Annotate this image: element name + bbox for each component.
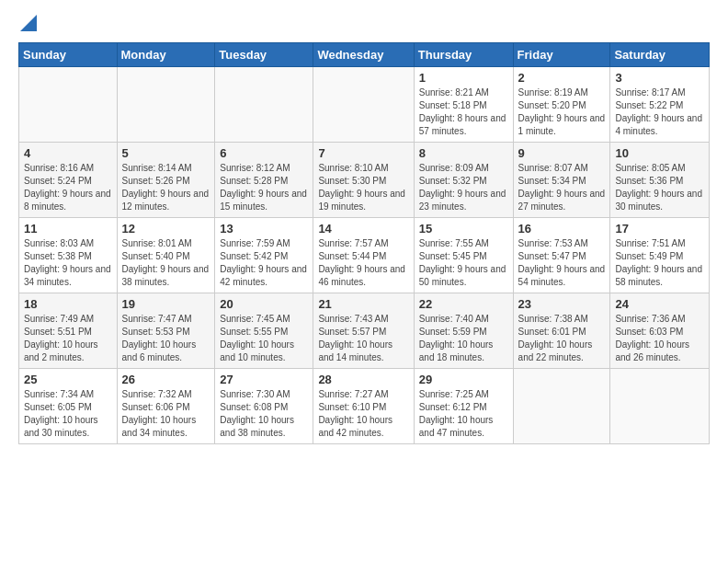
day-info: Sunrise: 7:43 AM Sunset: 5:57 PM Dayligh… [318, 313, 408, 364]
calendar-cell-1-7: 3Sunrise: 8:17 AM Sunset: 5:22 PM Daylig… [610, 67, 710, 143]
calendar-week-1: 1Sunrise: 8:21 AM Sunset: 5:18 PM Daylig… [19, 67, 710, 143]
day-number: 29 [419, 373, 508, 386]
day-number: 4 [24, 146, 112, 160]
day-info: Sunrise: 7:34 AM Sunset: 6:05 PM Dayligh… [24, 388, 112, 440]
day-number: 8 [419, 146, 508, 160]
calendar-cell-2-7: 10Sunrise: 8:05 AM Sunset: 5:36 PM Dayli… [610, 143, 710, 218]
day-info: Sunrise: 7:32 AM Sunset: 6:06 PM Dayligh… [122, 388, 210, 440]
calendar-header-friday: Friday [513, 43, 610, 67]
calendar-cell-5-2: 26Sunrise: 7:32 AM Sunset: 6:06 PM Dayli… [117, 369, 215, 444]
day-info: Sunrise: 7:45 AM Sunset: 5:55 PM Dayligh… [220, 313, 308, 364]
day-number: 28 [318, 373, 408, 386]
day-info: Sunrise: 7:27 AM Sunset: 6:10 PM Dayligh… [318, 388, 408, 440]
day-info: Sunrise: 7:59 AM Sunset: 5:42 PM Dayligh… [220, 237, 308, 289]
calendar-cell-4-3: 20Sunrise: 7:45 AM Sunset: 5:55 PM Dayli… [215, 293, 313, 369]
calendar-header-thursday: Thursday [414, 43, 513, 67]
day-number: 14 [318, 222, 408, 236]
calendar-cell-1-1 [19, 67, 118, 143]
day-info: Sunrise: 8:19 AM Sunset: 5:20 PM Dayligh… [518, 86, 606, 138]
calendar-table: SundayMondayTuesdayWednesdayThursdayFrid… [18, 42, 710, 444]
day-number: 27 [220, 373, 308, 386]
calendar-cell-1-5: 1Sunrise: 8:21 AM Sunset: 5:18 PM Daylig… [414, 67, 513, 143]
calendar-header-row: SundayMondayTuesdayWednesdayThursdayFrid… [19, 43, 710, 67]
day-info: Sunrise: 8:01 AM Sunset: 5:40 PM Dayligh… [122, 237, 210, 289]
calendar-cell-2-6: 9Sunrise: 8:07 AM Sunset: 5:34 PM Daylig… [513, 143, 610, 218]
day-info: Sunrise: 8:03 AM Sunset: 5:38 PM Dayligh… [24, 237, 112, 289]
day-number: 6 [220, 146, 308, 160]
calendar-cell-5-3: 27Sunrise: 7:30 AM Sunset: 6:08 PM Dayli… [215, 369, 313, 444]
day-number: 7 [318, 146, 408, 160]
day-number: 23 [518, 297, 606, 311]
day-info: Sunrise: 8:10 AM Sunset: 5:30 PM Dayligh… [318, 162, 408, 213]
calendar-cell-4-1: 18Sunrise: 7:49 AM Sunset: 5:51 PM Dayli… [19, 293, 118, 369]
day-number: 5 [122, 146, 210, 160]
day-info: Sunrise: 7:38 AM Sunset: 6:01 PM Dayligh… [518, 313, 606, 364]
day-info: Sunrise: 7:36 AM Sunset: 6:03 PM Dayligh… [615, 313, 704, 364]
calendar-body: 1Sunrise: 8:21 AM Sunset: 5:18 PM Daylig… [19, 67, 710, 444]
page: SundayMondayTuesdayWednesdayThursdayFrid… [0, 0, 728, 459]
calendar-cell-1-4 [313, 67, 414, 143]
calendar-cell-3-1: 11Sunrise: 8:03 AM Sunset: 5:38 PM Dayli… [19, 218, 118, 293]
logo-triangle-icon [20, 15, 37, 31]
calendar-cell-5-5: 29Sunrise: 7:25 AM Sunset: 6:12 PM Dayli… [414, 369, 513, 444]
day-number: 1 [419, 71, 508, 85]
day-info: Sunrise: 8:21 AM Sunset: 5:18 PM Dayligh… [419, 86, 508, 138]
day-info: Sunrise: 8:09 AM Sunset: 5:32 PM Dayligh… [419, 162, 508, 213]
calendar-cell-4-5: 22Sunrise: 7:40 AM Sunset: 5:59 PM Dayli… [414, 293, 513, 369]
calendar-cell-1-3 [215, 67, 313, 143]
calendar-header-wednesday: Wednesday [313, 43, 414, 67]
calendar-header-saturday: Saturday [610, 43, 710, 67]
calendar-week-3: 11Sunrise: 8:03 AM Sunset: 5:38 PM Dayli… [19, 218, 710, 293]
calendar-cell-4-2: 19Sunrise: 7:47 AM Sunset: 5:53 PM Dayli… [117, 293, 215, 369]
calendar-header-sunday: Sunday [19, 43, 118, 67]
day-info: Sunrise: 7:25 AM Sunset: 6:12 PM Dayligh… [419, 388, 508, 440]
logo-text [18, 15, 37, 35]
day-info: Sunrise: 8:07 AM Sunset: 5:34 PM Dayligh… [518, 162, 606, 213]
calendar-cell-1-6: 2Sunrise: 8:19 AM Sunset: 5:20 PM Daylig… [513, 67, 610, 143]
calendar-cell-2-2: 5Sunrise: 8:14 AM Sunset: 5:26 PM Daylig… [117, 143, 215, 218]
day-info: Sunrise: 8:12 AM Sunset: 5:28 PM Dayligh… [220, 162, 308, 213]
calendar-header-tuesday: Tuesday [215, 43, 313, 67]
calendar-cell-4-7: 24Sunrise: 7:36 AM Sunset: 6:03 PM Dayli… [610, 293, 710, 369]
day-info: Sunrise: 8:16 AM Sunset: 5:24 PM Dayligh… [24, 162, 112, 213]
day-number: 3 [615, 71, 704, 85]
day-info: Sunrise: 7:30 AM Sunset: 6:08 PM Dayligh… [220, 388, 308, 440]
calendar-week-4: 18Sunrise: 7:49 AM Sunset: 5:51 PM Dayli… [19, 293, 710, 369]
calendar-cell-3-2: 12Sunrise: 8:01 AM Sunset: 5:40 PM Dayli… [117, 218, 215, 293]
calendar-header-monday: Monday [117, 43, 215, 67]
day-number: 26 [122, 373, 210, 386]
day-number: 16 [518, 222, 606, 236]
calendar-cell-2-1: 4Sunrise: 8:16 AM Sunset: 5:24 PM Daylig… [19, 143, 118, 218]
day-info: Sunrise: 7:57 AM Sunset: 5:44 PM Dayligh… [318, 237, 408, 289]
calendar-cell-5-7 [610, 369, 710, 444]
day-info: Sunrise: 7:47 AM Sunset: 5:53 PM Dayligh… [122, 313, 210, 364]
logo [18, 15, 37, 35]
day-number: 21 [318, 297, 408, 311]
day-number: 18 [24, 297, 112, 311]
day-info: Sunrise: 8:17 AM Sunset: 5:22 PM Dayligh… [615, 86, 704, 138]
calendar-cell-3-5: 15Sunrise: 7:55 AM Sunset: 5:45 PM Dayli… [414, 218, 513, 293]
day-number: 10 [615, 146, 704, 160]
calendar-cell-2-5: 8Sunrise: 8:09 AM Sunset: 5:32 PM Daylig… [414, 143, 513, 218]
day-info: Sunrise: 7:55 AM Sunset: 5:45 PM Dayligh… [419, 237, 508, 289]
day-number: 11 [24, 222, 112, 236]
day-number: 24 [615, 297, 704, 311]
calendar-week-2: 4Sunrise: 8:16 AM Sunset: 5:24 PM Daylig… [19, 143, 710, 218]
day-number: 22 [419, 297, 508, 311]
day-info: Sunrise: 8:05 AM Sunset: 5:36 PM Dayligh… [615, 162, 704, 213]
calendar-cell-5-4: 28Sunrise: 7:27 AM Sunset: 6:10 PM Dayli… [313, 369, 414, 444]
calendar-cell-3-3: 13Sunrise: 7:59 AM Sunset: 5:42 PM Dayli… [215, 218, 313, 293]
calendar-week-5: 25Sunrise: 7:34 AM Sunset: 6:05 PM Dayli… [19, 369, 710, 444]
day-number: 19 [122, 297, 210, 311]
calendar-cell-3-6: 16Sunrise: 7:53 AM Sunset: 5:47 PM Dayli… [513, 218, 610, 293]
day-info: Sunrise: 7:53 AM Sunset: 5:47 PM Dayligh… [518, 237, 606, 289]
calendar-cell-5-6 [513, 369, 610, 444]
calendar-cell-3-4: 14Sunrise: 7:57 AM Sunset: 5:44 PM Dayli… [313, 218, 414, 293]
calendar-cell-4-4: 21Sunrise: 7:43 AM Sunset: 5:57 PM Dayli… [313, 293, 414, 369]
day-number: 25 [24, 373, 112, 386]
calendar-cell-2-4: 7Sunrise: 8:10 AM Sunset: 5:30 PM Daylig… [313, 143, 414, 218]
day-number: 20 [220, 297, 308, 311]
calendar-cell-2-3: 6Sunrise: 8:12 AM Sunset: 5:28 PM Daylig… [215, 143, 313, 218]
day-info: Sunrise: 8:14 AM Sunset: 5:26 PM Dayligh… [122, 162, 210, 213]
day-number: 9 [518, 146, 606, 160]
